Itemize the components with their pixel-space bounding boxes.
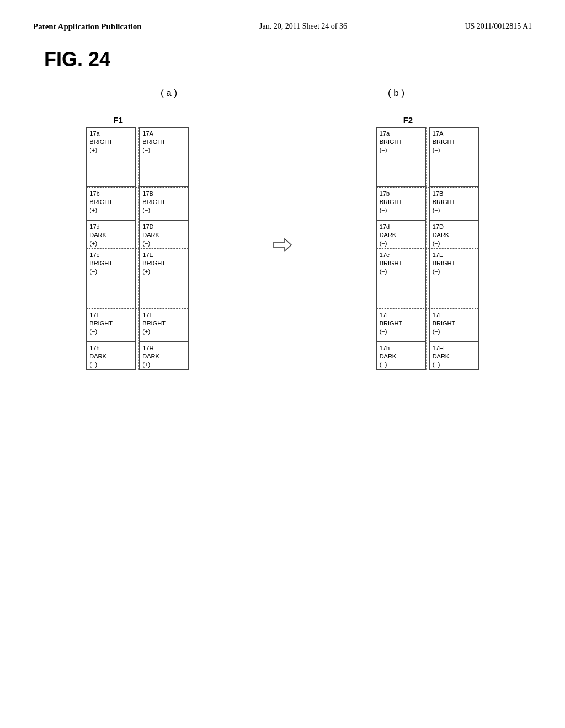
f2-cell-17e: 17eBRIGHT(+) (376, 249, 426, 308)
f2-cell-17A: 17ABRIGHT(+) (429, 127, 479, 187)
f1-cell-17A: 17ABRIGHT(−) (139, 127, 189, 187)
f1-cell-17d: 17dDARK(+) (86, 221, 136, 248)
header-right: US 2011/0012815 A1 (465, 22, 532, 31)
arrow-indicator (273, 237, 292, 253)
figure-title: FIG. 24 (44, 48, 532, 71)
f1-cell-17H: 17HDARK(+) (139, 342, 189, 370)
f2-cell-17h: 17hDARK(+) (376, 342, 426, 370)
f1-cell-17D: 17DDARK(−) (139, 221, 189, 248)
frame-f2: F2 17aBRIGHT(−) 17ABRIGHT(+) (376, 115, 479, 370)
header-left: Patent Application Publication (33, 22, 142, 31)
frame-f1-label: F1 (113, 115, 123, 125)
f2-cell-17d: 17dDARK(−) (376, 221, 426, 248)
frame-f1: F1 17aBRIGHT(+) 17ABRI (86, 115, 189, 370)
f1-cell-17B: 17BBRIGHT(−) (139, 188, 189, 221)
frame-f2-label: F2 (403, 115, 413, 125)
f1-cell-17b: 17bBRIGHT(+) (86, 188, 136, 221)
f2-cell-17E: 17EBRIGHT(−) (429, 249, 479, 308)
f2-cell-17D: 17DDARK(+) (429, 221, 479, 248)
f2-cell-17f: 17fBRIGHT(+) (376, 309, 426, 342)
f1-cell-17F: 17FBRIGHT(+) (139, 309, 189, 342)
f1-cell-17f: 17fBRIGHT(−) (86, 309, 136, 342)
f1-cell-17h: 17hDARK(−) (86, 342, 136, 370)
section-a-label: ( a ) (161, 88, 177, 98)
f1-cell-17E: 17EBRIGHT(+) (139, 249, 189, 308)
f1-cell-17e: 17eBRIGHT(−) (86, 249, 136, 308)
f2-cell-17H: 17HDARK(−) (429, 342, 479, 370)
f1-cell-17a: 17aBRIGHT(+) (86, 127, 136, 187)
arrow-icon (273, 237, 292, 253)
header-center: Jan. 20, 2011 Sheet 24 of 36 (259, 22, 347, 31)
f2-cell-17b: 17bBRIGHT(−) (376, 188, 426, 221)
f2-cell-17B: 17BBRIGHT(+) (429, 188, 479, 221)
f2-cell-17a: 17aBRIGHT(−) (376, 127, 426, 187)
page: Patent Application Publication Jan. 20, … (0, 0, 565, 728)
f2-cell-17F: 17FBRIGHT(−) (429, 309, 479, 342)
section-b-label: ( b ) (388, 88, 404, 98)
header: Patent Application Publication Jan. 20, … (33, 22, 532, 31)
